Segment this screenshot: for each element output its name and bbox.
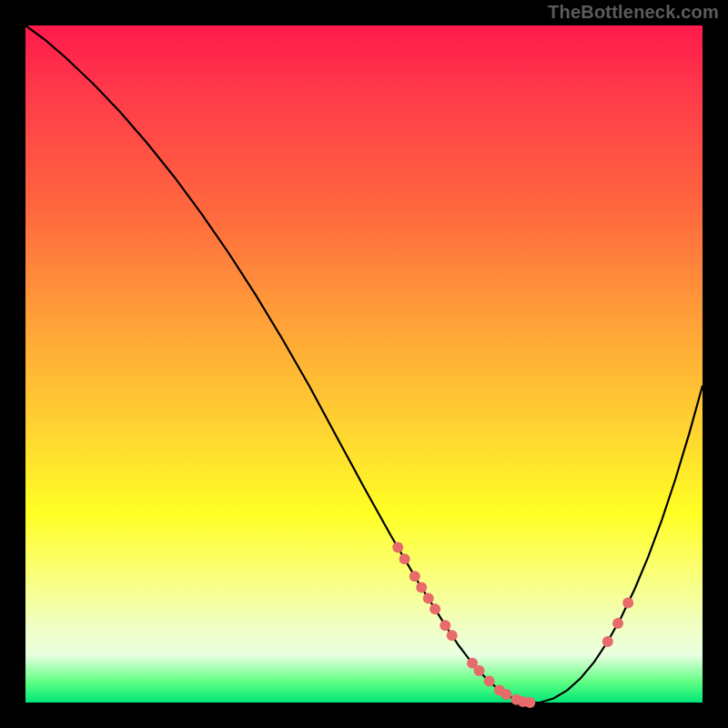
curve-line — [25, 25, 703, 703]
attribution-text: TheBottleneck.com — [548, 2, 719, 23]
curve-marker-group — [392, 542, 633, 708]
curve-marker — [410, 571, 420, 581]
curve-marker — [430, 603, 440, 614]
curve-marker — [399, 553, 410, 564]
bottleneck-curve — [25, 25, 703, 703]
curve-marker — [423, 592, 434, 603]
curve-marker — [622, 598, 633, 609]
curve-marker — [524, 697, 535, 708]
curve-marker — [447, 630, 458, 641]
curve-marker — [440, 620, 450, 631]
curve-marker — [602, 636, 613, 647]
curve-marker — [612, 618, 623, 629]
curve-marker — [416, 582, 427, 593]
chart-gradient-background — [25, 25, 703, 703]
curve-marker — [484, 676, 495, 687]
curve-marker — [392, 542, 403, 553]
curve-marker — [474, 665, 485, 676]
curve-marker — [500, 689, 511, 700]
